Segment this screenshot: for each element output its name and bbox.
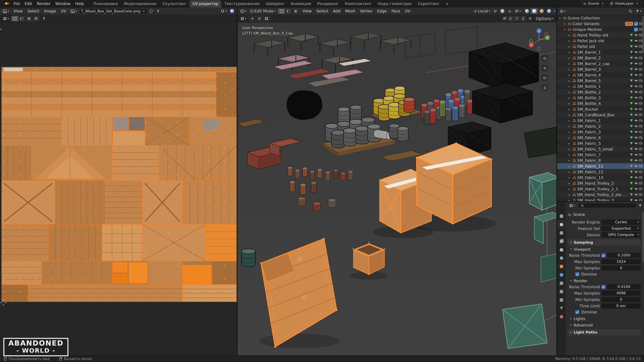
expand-icon[interactable]: ▸ [568, 182, 572, 185]
outliner-object-row[interactable]: ▸ SM_Bottle_3 [557, 95, 644, 100]
expand-icon[interactable]: ▸ [568, 73, 572, 77]
min-samples-value[interactable]: 0 [602, 266, 641, 271]
camera-visibility-icon[interactable] [639, 130, 643, 134]
collection-checkbox[interactable] [634, 27, 638, 31]
expand-icon[interactable]: ▸ [568, 130, 572, 134]
max-samples-value[interactable]: 1024 [602, 259, 641, 264]
camera-visibility-icon[interactable] [639, 22, 643, 25]
hide-eye-icon[interactable] [634, 147, 638, 151]
min-samples-value[interactable]: 0 [602, 297, 641, 302]
uv-menu-item[interactable]: View [11, 8, 25, 14]
editor-type-button[interactable]: ▾ [1, 8, 10, 14]
outliner-object-row[interactable]: ▸ SM_Barrel_2 [557, 55, 644, 61]
object-name[interactable]: SM_Fabric_8 [577, 158, 601, 163]
hide-eye-icon[interactable] [634, 153, 638, 157]
camera-visibility-icon[interactable] [639, 170, 643, 174]
outliner-search-button[interactable] [627, 8, 634, 13]
viewport-scene[interactable] [238, 22, 556, 355]
solid-shading-button[interactable] [530, 8, 538, 14]
viewport-menu-item[interactable]: Add [330, 8, 343, 14]
properties-tab[interactable] [557, 220, 566, 229]
collection-row[interactable]: ▾ Color Variants 205 [557, 21, 644, 26]
vertex-select-button[interactable] [278, 8, 285, 13]
unlink-image-icon[interactable]: ✕ [142, 9, 145, 13]
uv-vertex-select-button[interactable] [12, 16, 18, 21]
camera-visibility-icon[interactable] [639, 176, 643, 179]
uv-edge-select-button[interactable] [18, 16, 26, 21]
workspace-tab[interactable]: Скульптинг [160, 0, 189, 7]
camera-visibility-icon[interactable] [639, 119, 643, 122]
mirror-axis-toggle[interactable]: X [508, 16, 513, 21]
properties-tab[interactable] [557, 271, 566, 279]
lights-subpanel-header[interactable]: ▸Lights [568, 316, 641, 322]
hide-eye-icon[interactable] [634, 56, 638, 60]
uv-menu-item[interactable]: Select [25, 8, 42, 14]
object-name[interactable]: SM_Fabric_5 [577, 141, 601, 146]
app-menu-item[interactable]: Window [53, 1, 73, 6]
hide-eye-icon[interactable] [634, 198, 638, 201]
navigation-gizmo[interactable]: Z Y X [526, 26, 552, 52]
time-limit-value[interactable]: 0 sec [602, 303, 641, 308]
expand-icon[interactable]: ▾ [559, 16, 562, 19]
advanced-subpanel-header[interactable]: ▸Advanced [568, 322, 641, 328]
proportional-edit-button[interactable] [229, 8, 236, 14]
workspace-tab[interactable]: Анимация [288, 0, 314, 7]
remove-viewlayer-icon[interactable]: ✕ [635, 2, 639, 5]
viewport-menu-item[interactable]: Select [314, 8, 330, 14]
outliner-object-row[interactable]: ▸ SM_Barrel_2_cap [557, 61, 644, 66]
snap-individual-button[interactable] [527, 16, 534, 21]
uv-snap-button[interactable]: ▾ [219, 8, 228, 14]
hide-eye-icon[interactable] [634, 113, 638, 117]
object-name[interactable]: Pallet old [577, 44, 595, 49]
outliner-object-row[interactable]: ▸ SM_Hand_Trolley_2 [557, 180, 644, 186]
hide-eye-icon[interactable] [634, 107, 638, 111]
expand-icon[interactable]: ▸ [568, 90, 572, 94]
viewport-menu-item[interactable]: UV [402, 8, 413, 14]
outliner-object-row[interactable]: ▸ SM_Fabric_1 [557, 118, 644, 123]
collection-name[interactable]: Color Variants [572, 21, 600, 26]
expand-icon[interactable]: ▸ [568, 119, 572, 122]
outliner-object-row[interactable]: ▸ SM_Fabric_3 [557, 129, 644, 135]
expand-icon[interactable]: ▸ [568, 79, 572, 82]
properties-tab[interactable] [557, 296, 566, 304]
proportional-edit-toggle[interactable] [499, 8, 506, 14]
outliner-object-row[interactable]: ▸ SM_Fabric_2 [557, 123, 644, 129]
camera-visibility-icon[interactable] [639, 113, 643, 117]
camera-visibility-icon[interactable] [639, 73, 643, 77]
noise-threshold-value[interactable]: 0.0100 [607, 284, 641, 289]
hide-eye-icon[interactable] [634, 187, 638, 191]
properties-tab[interactable] [557, 287, 566, 296]
camera-visibility-icon[interactable] [639, 44, 643, 48]
outliner-object-row[interactable]: ▸ SM_Bucket [557, 106, 644, 112]
object-name[interactable]: SM_Fabric_1 [577, 118, 601, 123]
sampling-panel-header[interactable]: ▾Sampling [568, 239, 641, 246]
camera-visibility-icon[interactable] [639, 181, 643, 185]
properties-tab[interactable] [557, 279, 566, 287]
snap-option-toggle[interactable] [256, 16, 263, 21]
denoise-checkbox[interactable] [575, 272, 579, 276]
viewlayer-selector[interactable]: ViewLayer ✕ [608, 1, 641, 6]
expand-icon[interactable]: ▸ [568, 170, 572, 173]
hide-eye-icon[interactable] [634, 136, 638, 139]
perspective-toggle-button[interactable] [541, 84, 548, 91]
hide-eye-icon[interactable] [634, 96, 638, 99]
expand-icon[interactable]: ▾ [564, 22, 567, 25]
mirror-axis-toggle[interactable]: Z [520, 16, 526, 21]
outliner-object-row[interactable]: ▸ SM_Barrel_1 [557, 49, 644, 55]
outliner-object-row[interactable]: ▸ SM_Barrel_5 [557, 78, 644, 83]
viewport-menu-item[interactable]: View [300, 8, 314, 14]
hide-eye-icon[interactable] [634, 124, 638, 128]
camera-visibility-icon[interactable] [639, 79, 643, 82]
light-paths-panel-header[interactable]: ▸Light Paths [568, 329, 641, 336]
object-name[interactable]: SM_Bottle_1 [577, 84, 601, 89]
hide-eye-icon[interactable] [634, 176, 638, 179]
camera-visibility-icon[interactable] [639, 164, 643, 168]
uv-menu-item[interactable]: Image [42, 8, 58, 14]
camera-visibility-icon[interactable] [639, 187, 643, 191]
object-name[interactable]: SM_Fabric_13 [577, 175, 603, 180]
uv-face-select-button[interactable] [26, 16, 33, 21]
object-name[interactable]: SM_Hand_Trolley_2_element [577, 192, 628, 197]
grid-toggle[interactable] [263, 16, 270, 21]
workspace-tab[interactable]: Композитинг [342, 0, 375, 7]
camera-visibility-icon[interactable] [639, 107, 643, 111]
